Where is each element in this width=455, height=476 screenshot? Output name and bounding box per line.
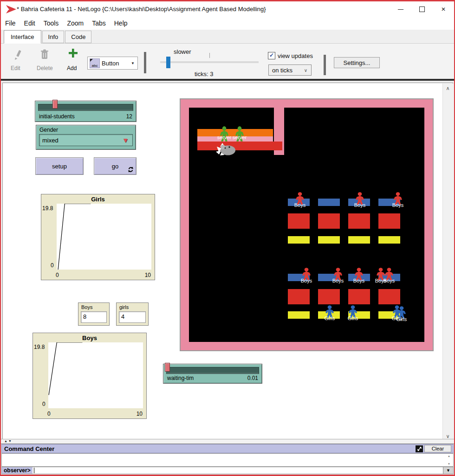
table-rect — [318, 289, 340, 304]
menu-file[interactable]: File — [1, 19, 20, 27]
boy-agent: Boys — [393, 192, 403, 205]
plot-line — [49, 342, 82, 395]
edit-pencil-icon[interactable] — [13, 49, 21, 60]
menu-tabs[interactable]: Tabs — [88, 19, 110, 27]
toolbar-separator-2 — [324, 55, 326, 75]
view-updates-checkbox[interactable]: ✓ — [268, 52, 275, 59]
edit-button[interactable]: Edit — [11, 65, 20, 71]
command-center-splitter[interactable]: ▲▼ — [1, 439, 454, 444]
command-center-header: Command Center Clear — [1, 444, 454, 453]
dropdown-arrow-icon: ▼ — [131, 61, 135, 65]
widget-type-dropdown[interactable]: abc Button ▼ — [87, 57, 138, 70]
text-cursor — [34, 468, 34, 473]
tab-info[interactable]: Info — [42, 31, 65, 43]
girl-label: Girls — [339, 315, 367, 321]
mouse-agent — [216, 142, 237, 157]
clear-button[interactable]: Clear — [424, 445, 451, 452]
seat-rect — [288, 311, 310, 319]
forever-icon — [128, 167, 134, 173]
gender-dropdown[interactable]: mixed ▼ — [39, 134, 133, 146]
seat-rect — [378, 236, 400, 244]
splitter-collapse-icons[interactable]: ▲▼ — [4, 439, 13, 443]
mouse-icon — [216, 142, 237, 157]
boy-label: Boys — [286, 202, 314, 208]
update-mode-value: on ticks — [272, 67, 292, 74]
add-plus-icon[interactable] — [68, 48, 78, 58]
view-updates-label: view updates — [278, 52, 313, 59]
go-button[interactable]: go — [94, 157, 136, 175]
girls-monitor: girls 4 — [116, 302, 149, 326]
chooser-triangle-icon: ▼ — [122, 136, 129, 144]
boys-plot: Boys 19.8 0 0 10 — [32, 333, 147, 419]
waiting-time-slider-handle[interactable] — [165, 363, 170, 372]
vertical-scrollbar[interactable] — [442, 84, 454, 441]
command-output-area: ▲ ▼ — [1, 453, 454, 467]
boy-label: Boys — [384, 202, 412, 208]
table-rect — [378, 289, 400, 304]
title-bar[interactable]: * Bahria Cafeteria 11 - NetLogo {C:\User… — [1, 1, 454, 17]
seat-rect — [318, 236, 340, 244]
waiting-time-label: waiting-tim — [167, 375, 194, 381]
tab-interface[interactable]: Interface — [4, 30, 41, 44]
slider-channel[interactable] — [166, 367, 259, 374]
girl-agent: Girls — [348, 305, 358, 318]
minimize-button[interactable]: — — [390, 1, 411, 17]
settings-button[interactable]: Settings... — [334, 57, 380, 68]
server-agent: server — [234, 126, 245, 142]
observer-prompt: observer> — [2, 467, 32, 474]
boys-xmax-tick: 10 — [136, 411, 143, 417]
tab-code[interactable]: Code — [65, 31, 91, 43]
waiting-time-value: 0.01 — [247, 375, 258, 381]
command-input[interactable] — [32, 467, 443, 474]
boys-xmin-tick: 0 — [47, 411, 51, 417]
girls-ymin-tick: 0 — [51, 262, 54, 269]
boy-agent: Boys — [295, 192, 305, 205]
command-history-dropdown[interactable]: ▼ — [443, 467, 453, 474]
output-scroll-up-icon[interactable]: ▲ — [446, 455, 452, 457]
setup-button[interactable]: setup — [35, 157, 84, 175]
girls-plot-title: Girls — [41, 196, 155, 203]
add-button[interactable]: Add — [67, 65, 77, 71]
counter-red — [197, 142, 282, 150]
maximize-button[interactable] — [411, 1, 433, 17]
boy-label: Boys — [375, 278, 403, 283]
window-border-left — [0, 0, 1, 476]
boys-ymax-tick: 19.8 — [34, 344, 45, 350]
speed-slider-track[interactable] — [160, 61, 259, 63]
widget-type-value: Button — [102, 60, 131, 67]
menu-zoom[interactable]: Zoom — [63, 19, 88, 27]
close-button[interactable]: ✕ — [433, 1, 454, 17]
seat-rect — [288, 236, 310, 244]
expand-command-center-button[interactable] — [416, 445, 423, 452]
boys-monitor-value: 8 — [81, 311, 107, 323]
initial-students-slider-handle[interactable] — [52, 100, 58, 109]
diagonal-arrows-icon — [417, 446, 422, 451]
girls-plot: Girls 19.8 0 0 10 — [41, 194, 155, 280]
update-mode-select[interactable]: on ticks ∨ — [268, 64, 312, 76]
boy-agent: Boys — [384, 268, 394, 281]
table-rect — [288, 289, 310, 304]
output-scroll-down-icon[interactable]: ▼ — [446, 463, 452, 465]
world-view-canvas: server server Boys Boys Boys Boys Boys B… — [181, 99, 433, 350]
girl-agent: Girls — [325, 305, 335, 318]
menu-help[interactable]: Help — [110, 19, 132, 27]
tab-bar: Interface Info Code — [1, 30, 454, 44]
scroll-up-icon[interactable]: ∧ — [442, 84, 453, 92]
speed-slider-handle[interactable] — [166, 57, 170, 68]
boy-agent: Boys — [301, 268, 312, 281]
boy-label: Boys — [292, 278, 320, 283]
window-controls: — ✕ — [390, 1, 454, 17]
girls-monitor-value: 4 — [119, 311, 146, 323]
go-button-label: go — [112, 163, 118, 170]
waiting-time-slider: waiting-tim 0.01 — [163, 364, 262, 384]
initial-students-label: initial-students — [39, 113, 75, 120]
girl-agent: Girls — [396, 306, 407, 319]
menu-edit[interactable]: Edit — [20, 19, 39, 27]
table-rect — [288, 213, 310, 229]
seat-rect — [348, 236, 370, 244]
delete-button[interactable]: Delete — [37, 65, 53, 71]
delete-trash-icon[interactable] — [40, 49, 49, 60]
girls-plot-line — [57, 204, 151, 270]
menu-tools[interactable]: Tools — [39, 19, 63, 27]
gender-chooser: Gender mixed ▼ — [36, 125, 136, 150]
